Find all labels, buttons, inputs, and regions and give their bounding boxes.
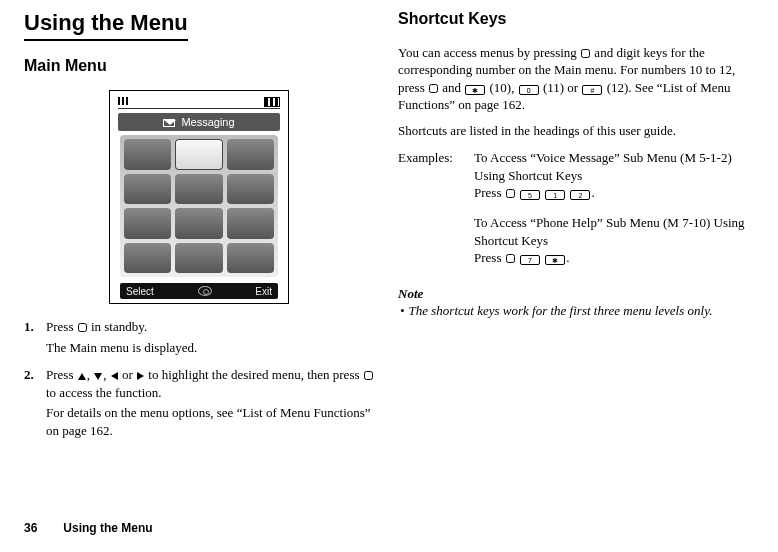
softkey-bar: Select Exit <box>120 283 278 299</box>
example-keys: Press 7 ✱. <box>474 249 748 267</box>
envelope-icon <box>163 119 175 127</box>
center-key-icon <box>506 254 515 263</box>
example-keys: Press 5 1 2. <box>474 184 748 202</box>
step-2-sub: For details on the menu options, see “Li… <box>46 404 374 439</box>
page-footer: 36Using the Menu <box>24 520 153 536</box>
app-icon <box>175 243 222 274</box>
app-icon <box>124 174 171 205</box>
subsection-main-menu: Main Menu <box>24 55 374 77</box>
star-key-icon: ✱ <box>465 85 485 95</box>
step-1-sub: The Main menu is displayed. <box>46 339 374 357</box>
shortcut-paragraph-1: You can access menus by pressing and dig… <box>398 44 748 114</box>
examples-content: To Access “Voice Message” Sub Menu (M 5-… <box>474 149 748 278</box>
softkey-right: Exit <box>255 285 272 299</box>
examples-block: Examples: To Access “Voice Message” Sub … <box>398 149 748 278</box>
app-icon <box>124 243 171 274</box>
two-key-icon: 2 <box>570 190 590 200</box>
hash-key-icon: # <box>582 85 602 95</box>
left-column: Using the Menu Main Menu Messaging <box>24 8 374 450</box>
page-title: Using the Menu <box>24 8 188 41</box>
phone-screenshot: Messaging Select Exit <box>109 90 289 304</box>
app-icon <box>227 139 274 170</box>
softkey-left: Select <box>126 285 154 299</box>
example-text: Press <box>474 185 505 200</box>
menu-title-text: Messaging <box>181 116 234 128</box>
app-icon <box>124 208 171 239</box>
example-1: To Access “Voice Message” Sub Menu (M 5-… <box>474 149 748 202</box>
app-icon <box>227 208 274 239</box>
step-text: Press <box>46 367 77 382</box>
app-icon <box>175 208 222 239</box>
step-text: to access the function. <box>46 385 162 400</box>
step-2: Press , , or to highlight the desired me… <box>24 366 374 439</box>
left-key-icon <box>111 372 118 380</box>
menu-title-bar: Messaging <box>118 113 280 131</box>
app-grid <box>120 135 278 277</box>
body-text: (11) or <box>540 80 582 95</box>
center-key-icon <box>78 323 87 332</box>
center-key-icon <box>506 189 515 198</box>
note-heading: Note <box>398 285 748 303</box>
example-text: Press <box>474 250 505 265</box>
step-text: Press <box>46 319 77 334</box>
seven-key-icon: 7 <box>520 255 540 265</box>
example-text: . <box>566 250 569 265</box>
body-text: (10), <box>486 80 517 95</box>
page-number: 36 <box>24 521 37 535</box>
softkey-center-icon <box>198 286 212 296</box>
center-key-icon <box>581 49 590 58</box>
examples-label: Examples: <box>398 149 474 278</box>
app-icon <box>227 174 274 205</box>
app-icon <box>227 243 274 274</box>
zero-key-icon: 0 <box>519 85 539 95</box>
example-text: To Access “Phone Help” Sub Menu (M 7-10)… <box>474 214 748 249</box>
step-text: or <box>119 367 136 382</box>
star-key-icon: ✱ <box>545 255 565 265</box>
body-text: and <box>439 80 464 95</box>
app-icon <box>175 174 222 205</box>
note-body: The shortcut keys work for the first thr… <box>398 302 748 320</box>
app-icon-selected <box>175 139 222 170</box>
example-2: To Access “Phone Help” Sub Menu (M 7-10)… <box>474 214 748 267</box>
center-key-icon <box>364 371 373 380</box>
steps-list: Press in standby. The Main menu is displ… <box>24 318 374 439</box>
center-key-icon <box>429 84 438 93</box>
example-text: To Access “Voice Message” Sub Menu (M 5-… <box>474 149 748 184</box>
shortcut-paragraph-2: Shortcuts are listed in the headings of … <box>398 122 748 140</box>
up-key-icon <box>78 373 86 380</box>
step-text: in standby. <box>88 319 147 334</box>
body-text: You can access menus by pressing <box>398 45 580 60</box>
footer-section: Using the Menu <box>63 521 152 535</box>
one-key-icon: 1 <box>545 190 565 200</box>
right-key-icon <box>137 372 144 380</box>
subsection-shortcut-keys: Shortcut Keys <box>398 8 748 30</box>
example-text: . <box>591 185 594 200</box>
step-1: Press in standby. The Main menu is displ… <box>24 318 374 356</box>
down-key-icon <box>94 373 102 380</box>
right-column: Shortcut Keys You can access menus by pr… <box>398 8 748 450</box>
step-text: to highlight the desired menu, then pres… <box>145 367 363 382</box>
app-icon <box>124 139 171 170</box>
status-bar <box>118 97 280 109</box>
five-key-icon: 5 <box>520 190 540 200</box>
